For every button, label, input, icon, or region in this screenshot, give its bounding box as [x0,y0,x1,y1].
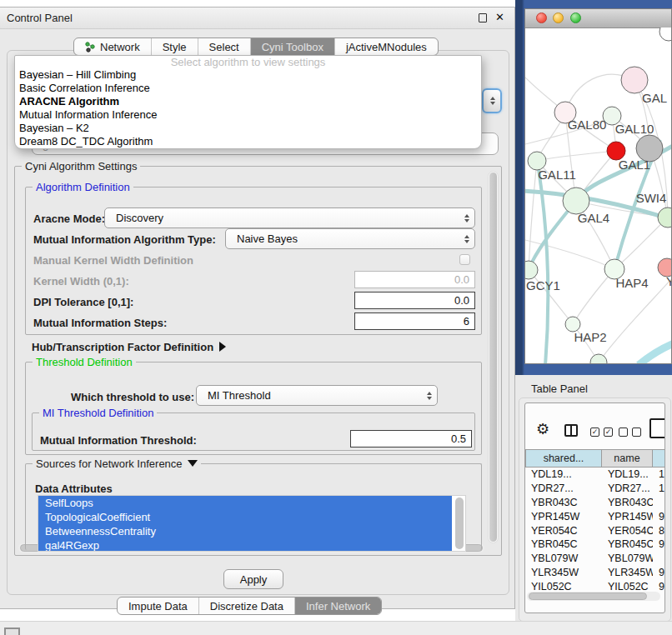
deselect-all-checkboxes-icon[interactable] [619,428,641,437]
zoom-traffic-button[interactable] [570,12,581,23]
tab-impute-data[interactable]: Impute Data [118,598,198,614]
algorithm-option-bayesian-k2[interactable]: Bayesian – K2 [15,122,481,135]
table-cell: YIL052C [602,581,653,590]
mi-threshold-title: MI Threshold Definition [39,407,157,419]
hub-definition-label: Hub/Transcription Factor Definition [32,341,213,353]
table-cell: YBR045C [602,538,653,550]
mi-threshold-field[interactable]: 0.5 [350,430,472,448]
apply-button[interactable]: Apply [223,569,283,589]
aracne-mode-label: Aracne Mode: [33,212,105,225]
table-row[interactable]: YBL079WYBL079W [525,552,665,566]
network-canvas[interactable]: GAL GAL80 GAL10 GAL1 GAL11 GAL4 SWI4 GCY… [525,28,672,364]
panel-title: Control Panel [7,12,73,24]
column-header-shared[interactable]: shared... [525,449,602,468]
mi-steps-label: Mutual Information Steps: [33,317,167,329]
table-row[interactable]: YDL19...YDL19...13 [525,468,665,482]
table-row[interactable]: YER054CYER054C8. [525,523,665,538]
table-row[interactable]: YPR145WYPR145W9. [525,509,665,523]
data-attributes-list: SelfLoopsTopologicalCoefficientBetweenne… [38,495,466,552]
tab-cyni-toolbox[interactable]: Cyni Toolbox [250,38,334,55]
gear-icon[interactable]: ⚙ [536,421,549,438]
node-gcy1[interactable] [525,261,538,279]
table-horizontal-scrollbar[interactable] [527,592,660,601]
kernel-width-label: Kernel Width (0,1): [33,275,129,288]
which-threshold-combo[interactable]: MI Threshold [196,385,438,406]
tab-style[interactable]: Style [151,38,198,55]
table-cell: 8. [653,525,665,537]
inference-algorithm-combo-button[interactable] [482,88,502,113]
node-label: GAL [642,91,667,105]
node-label: Y [666,274,672,288]
data-attributes-label: Data Attributes [35,482,113,495]
node-label: GAL10 [615,122,654,136]
algorithm-option-bayesian-hill-climbing[interactable]: Bayesian – Hill Climbing [15,68,481,82]
settings-vertical-scrollbar[interactable] [488,171,499,543]
mi-type-label: Mutual Information Algorithm Type: [33,233,216,246]
stepper-icon [464,235,469,243]
node-partial-bottom[interactable] [590,354,607,364]
tab-jactivemnodules[interactable]: jActiveMNodules [334,38,438,55]
mi-type-combo[interactable]: Naive Bayes [225,228,475,249]
select-all-checkboxes-icon[interactable]: ✓ ✓ [590,428,613,437]
attributes-scrollbar[interactable] [455,498,464,549]
checked-box-icon: ✓ [604,428,613,437]
node-label: GCY1 [526,278,560,292]
table-row[interactable]: YIL052CYIL052C9 [525,579,665,590]
attribute-item-gal4rgexp[interactable]: gal4RGexp [38,538,452,552]
algorithm-option-mutual-information-inference[interactable]: Mutual Information Inference [15,108,481,122]
algorithm-option-basic-correlation-inference[interactable]: Basic Correlation Inference [15,82,481,95]
dpi-tolerance-field[interactable]: 0.0 [354,292,475,309]
node-label: HAP4 [615,276,648,290]
status-strip [0,621,672,635]
network-view-window: GAL GAL80 GAL10 GAL1 GAL11 GAL4 SWI4 GCY… [524,8,672,364]
column-header-a[interactable]: A [653,449,665,468]
unchecked-box-icon [632,428,641,437]
network-window-titlebar [525,9,671,28]
tab-select[interactable]: Select [198,38,250,55]
dock-window-icon[interactable] [4,628,20,635]
tab-label: Cyni Toolbox [262,41,323,53]
tab-label: Impute Data [128,600,188,612]
table-row[interactable]: YBR045CYBR045C9. [525,538,665,552]
tab-discretize-data[interactable]: Discretize Data [198,598,294,614]
manual-kernel-label: Manual Kernel Width Definition [33,254,193,267]
attribute-item-selfloops[interactable]: SelfLoops [38,496,452,510]
table-row[interactable]: YLR345WYLR345W9. [525,566,665,580]
right-region: GAL GAL80 GAL10 GAL1 GAL11 GAL4 SWI4 GCY… [515,0,672,635]
column-header-name[interactable]: name [602,449,653,468]
algorithm-option-aracne-algorithm[interactable]: ARACNE Algorithm [15,95,481,108]
mi-type-value: Naive Bayes [237,232,298,245]
close-icon[interactable]: ✕ [495,11,504,24]
control-panel-tabbar: NetworkStyleSelectCyni ToolboxjActiveMNo… [73,38,439,56]
columns-icon[interactable] [564,424,578,437]
mi-steps-field[interactable]: 6 [354,312,475,330]
table-row[interactable]: YDR27...YDR27...12 [525,482,665,496]
float-icon[interactable] [479,13,487,22]
document-icon[interactable] [649,418,665,438]
hub-definition-toggle[interactable]: Hub/Transcription Factor Definition [32,341,226,353]
aracne-mode-combo[interactable]: Discovery [104,208,475,228]
attribute-item-topologicalcoefficient[interactable]: TopologicalCoefficient [38,510,452,524]
minimize-traffic-button[interactable] [553,12,564,23]
sources-title-toggle[interactable]: Sources for Network Inference [33,458,201,470]
close-traffic-button[interactable] [536,12,547,23]
node-gal-partial[interactable] [621,67,648,93]
table-cell: YDL19... [602,468,653,480]
node-partial-top[interactable] [659,28,672,41]
table-row[interactable]: YBR043CYBR043C [525,496,665,510]
node-label: GAL11 [538,168,576,182]
table-cell: YIL052C [525,581,602,590]
desktop-background: GAL GAL80 GAL10 GAL1 GAL11 GAL4 SWI4 GCY… [515,0,672,375]
table-cell: YER054C [525,525,602,537]
table-cell: YPR145W [525,511,602,522]
node-label: HAP2 [574,330,606,344]
kernel-width-field[interactable]: 0.0 [354,271,475,288]
unchecked-box-icon [619,428,628,437]
expanded-arrow-icon [188,460,198,467]
algorithm-option-dream8-dc-tdc-algorithm[interactable]: Dream8 DC_TDC Algorithm [15,135,481,148]
tab-network[interactable]: Network [74,38,151,55]
tab-label: jActiveMNodules [346,41,427,53]
attribute-item-betweennesscentrality[interactable]: BetweennessCentrality [38,524,452,538]
manual-kernel-checkbox[interactable] [459,254,470,265]
tab-infer-network[interactable]: Infer Network [294,598,381,614]
